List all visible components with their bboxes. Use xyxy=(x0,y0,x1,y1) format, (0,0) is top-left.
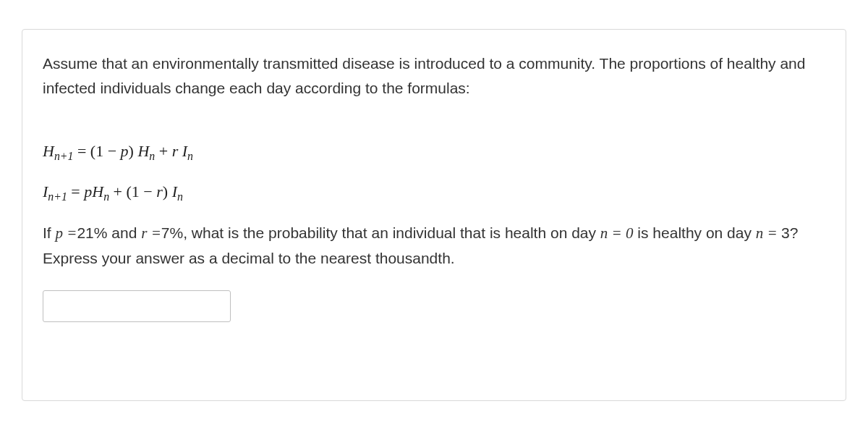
formula1-eq: = xyxy=(73,142,90,160)
formula2-Hsub: n xyxy=(103,190,109,203)
question-paragraph: If p =21% and r =7%, what is the probabi… xyxy=(43,221,825,270)
q-eq4: = xyxy=(767,224,781,242)
q-part2: is healthy on day xyxy=(634,224,756,241)
formula-1: Hn+1 = (1 − p) Hn + r In xyxy=(43,136,825,167)
formula1-H: H xyxy=(137,142,149,160)
formula1-p: p xyxy=(121,142,129,160)
q-part1: If xyxy=(43,224,56,241)
formula1-close: ) xyxy=(129,142,138,160)
question-card: Assume that an environmentally transmitt… xyxy=(22,29,846,401)
formula2-eq: = xyxy=(67,182,84,201)
intro-paragraph: Assume that an environmentally transmitt… xyxy=(43,51,825,100)
q-p-var: p xyxy=(56,224,67,242)
formula1-Isub: n xyxy=(187,151,193,163)
formula1-plus: + xyxy=(155,142,171,160)
q-rval: 7%, what is the probability that an indi… xyxy=(161,224,600,241)
formula2-H: H xyxy=(92,182,103,201)
formula2-close: ) xyxy=(163,182,172,201)
formula1-r: r xyxy=(172,142,182,160)
q-eq2: = xyxy=(151,224,161,242)
formula1-I: I xyxy=(182,142,187,160)
formula2-I: I xyxy=(172,182,177,201)
formula2-Isub: n xyxy=(177,190,183,203)
formula1-open: (1 − xyxy=(90,142,121,160)
formula2-p: p xyxy=(84,182,92,201)
q-eq1: = xyxy=(67,224,77,242)
formula1-lhs-sub: n+1 xyxy=(54,151,74,163)
formula2-open: (1 − xyxy=(127,182,157,201)
q-r-var: r xyxy=(141,224,150,242)
formula2-lhs-sub: n+1 xyxy=(48,190,67,203)
formula2-plus: + xyxy=(109,182,126,201)
q-n1: n xyxy=(600,224,612,242)
formula1-lhs-base: H xyxy=(43,142,54,160)
formula-2: In+1 = pHn + (1 − r) In xyxy=(43,177,825,208)
q-eq3: = 0 xyxy=(612,224,634,242)
formula2-r: r xyxy=(156,182,163,201)
q-n2: n xyxy=(756,224,767,242)
formula1-Hsub: n xyxy=(149,151,155,163)
formula-block: Hn+1 = (1 − p) Hn + r In In+1 = pHn + (1… xyxy=(43,136,825,208)
q-pval: 21% and xyxy=(77,224,141,241)
answer-input[interactable] xyxy=(43,290,231,322)
